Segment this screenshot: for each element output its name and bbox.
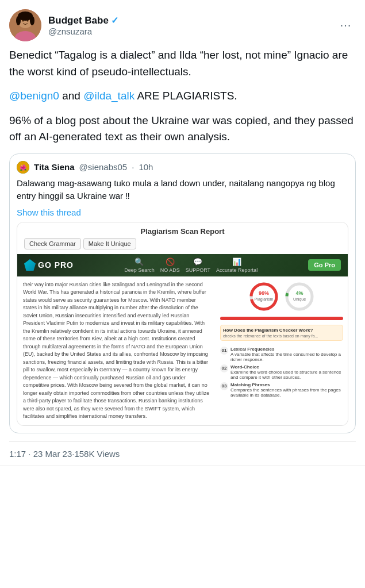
tweet-body: Benedict “Tagalog is a dialect” and Ilda… — [9, 47, 356, 145]
how-does-box: How Does the Plagiarism Checker Work? ch… — [220, 325, 343, 341]
feature-1-num: 01 — [220, 347, 228, 355]
go-pro-bar: GO PRO 🔍 Deep Search 🚫 NO ADS 💬 SUPPORT — [17, 254, 348, 276]
plagiarism-content: their way into major Russian cities like… — [17, 276, 348, 425]
svg-point-4 — [16, 16, 21, 25]
display-name: Budget Babe ✓ — [48, 15, 118, 26]
quoted-tweet-header: 🌺 Tita Siena @sienabs05 · 10h — [17, 161, 348, 174]
avatar[interactable] — [9, 9, 41, 41]
unique-chart: 4% Unique — [284, 281, 315, 312]
quoted-time-value: 10h — [139, 162, 153, 172]
svg-point-7 — [27, 20, 29, 22]
plagiarism-pie: 96% Plagiarism — [248, 281, 279, 312]
feature-1-content: Lexical Frequencies A variable that affe… — [230, 347, 343, 362]
support-icon: 💬 — [193, 258, 202, 266]
go-pro-button[interactable]: Go Pro — [308, 259, 341, 271]
tweet-text-line2: @benign0 and @ilda_talk ARE PLAGIARISTS. — [9, 88, 356, 105]
more-options-icon[interactable]: ⋯ — [335, 16, 356, 34]
plagiarism-report-title: Plagiarism Scan Report — [17, 222, 348, 238]
accurate-report-icon-item: 📊 Accurate Reportal — [216, 258, 258, 273]
deep-search-icon-item: 🔍 Deep Search — [124, 258, 155, 273]
mention1[interactable]: @benign0 — [9, 90, 59, 102]
tweet-header: Budget Babe ✓ @znsuzara ⋯ — [9, 9, 356, 41]
feature-2-content: Word-Choice Examine the word choice used… — [230, 364, 343, 380]
user-info: Budget Babe ✓ @znsuzara — [48, 15, 118, 36]
quoted-time: · — [132, 162, 134, 172]
quoted-tweet[interactable]: 🌺 Tita Siena @sienabs05 · 10h Dalawang m… — [9, 153, 356, 433]
plagiarism-buttons: Check Grammar Make It Unique — [17, 238, 348, 254]
svg-text:Unique: Unique — [293, 297, 306, 302]
progress-bar-plagiarism — [220, 317, 343, 320]
no-ads-icon-item: 🚫 NO ADS — [160, 258, 180, 273]
go-pro-icons: 🔍 Deep Search 🚫 NO ADS 💬 SUPPORT 📊 Accur… — [124, 258, 258, 273]
feature-3-content: Matching Phrases Compares the sentences … — [230, 382, 343, 398]
plagiarism-report-image: Plagiarism Scan Report Check Grammar Mak… — [17, 222, 348, 426]
username: @znsuzara — [48, 26, 118, 36]
plagiarism-chart: 96% Plagiarism — [248, 281, 279, 312]
no-ads-icon: 🚫 — [166, 258, 175, 266]
accurate-report-icon: 📊 — [232, 258, 241, 266]
svg-text:🌺: 🌺 — [20, 164, 27, 171]
mention2[interactable]: @ilda_talk — [83, 90, 135, 102]
svg-point-14 — [287, 284, 312, 309]
svg-text:4%: 4% — [295, 290, 303, 296]
tweet-timestamp: 1:17 · 23 Mar 23 — [9, 449, 72, 459]
quoted-username: @sienabs05 — [79, 162, 128, 172]
check-grammar-btn[interactable]: Check Grammar — [24, 238, 81, 249]
feature-2: 02 Word-Choice Examine the word choice u… — [220, 364, 343, 380]
unique-pie: 4% Unique — [284, 281, 315, 312]
plagiarism-right-panel: 96% Plagiarism — [216, 276, 348, 425]
show-thread-link[interactable]: Show this thread — [17, 207, 348, 217]
plagiarism-sample-text: their way into major Russian cities like… — [17, 276, 216, 425]
tweet-text-line3: 96% of a blog post about the Ukraine war… — [9, 113, 356, 145]
feature-1: 01 Lexical Frequencies A variable that a… — [220, 347, 343, 362]
quoted-body: Dalawang mag-asawang tuko mula a land do… — [17, 177, 348, 203]
quoted-avatar: 🌺 — [17, 161, 29, 174]
svg-text:Plagiarism: Plagiarism — [255, 297, 274, 302]
verified-badge: ✓ — [111, 15, 118, 26]
pie-chart-container: 96% Plagiarism — [220, 281, 343, 312]
tweet-container: Budget Babe ✓ @znsuzara ⋯ Benedict “Taga… — [0, 0, 365, 466]
support-icon-item: 💬 SUPPORT — [186, 258, 210, 273]
go-pro-diamond-icon — [24, 259, 36, 271]
features-list: 01 Lexical Frequencies A variable that a… — [220, 347, 343, 400]
svg-point-6 — [22, 20, 24, 22]
deep-search-icon: 🔍 — [135, 258, 144, 266]
quoted-display-name: Tita Siena — [34, 162, 75, 172]
svg-text:96%: 96% — [259, 290, 269, 296]
make-unique-btn[interactable]: Make It Unique — [83, 238, 136, 249]
feature-2-num: 02 — [220, 364, 228, 372]
go-pro-logo: GO PRO — [24, 259, 74, 271]
svg-point-5 — [30, 16, 34, 25]
feature-3: 03 Matching Phrases Compares the sentenc… — [220, 382, 343, 398]
tweet-views: 158K Views — [74, 449, 120, 459]
go-pro-text: GO PRO — [38, 260, 74, 270]
feature-3-num: 03 — [220, 382, 228, 390]
tweet-text-line1: Benedict “Tagalog is a dialect” and Ilda… — [9, 47, 356, 80]
svg-point-11 — [251, 284, 276, 309]
tweet-header-left: Budget Babe ✓ @znsuzara — [9, 9, 118, 41]
tweet-footer: 1:17 · 23 Mar 23 · 158K Views — [9, 441, 356, 466]
